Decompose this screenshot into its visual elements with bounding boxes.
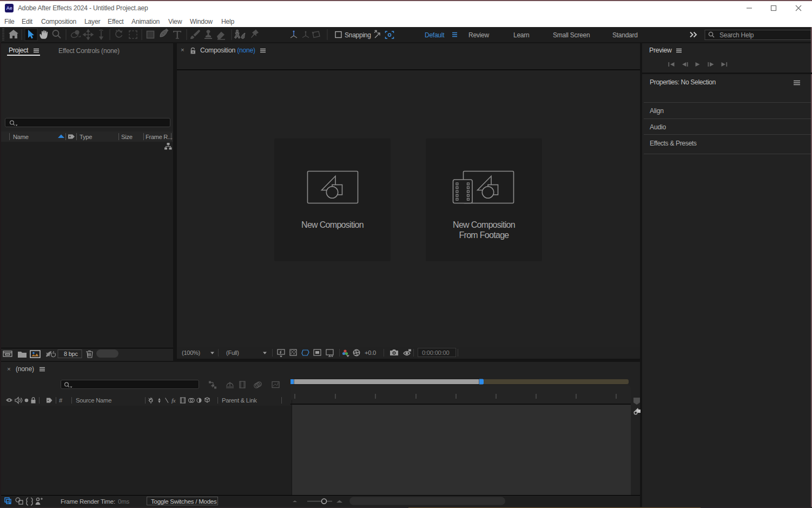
- svg-text:Type: Type: [80, 134, 92, 140]
- svg-text:Frame Render Time:: Frame Render Time:: [61, 498, 115, 505]
- svg-text:0:00:00:00: 0:00:00:00: [422, 349, 449, 356]
- svg-text:(100%): (100%): [182, 349, 200, 356]
- svg-text:Standard: Standard: [612, 31, 638, 39]
- svg-text:Name: Name: [13, 134, 29, 140]
- svg-text:Default: Default: [425, 31, 445, 39]
- svg-text:Small Screen: Small Screen: [553, 31, 590, 39]
- svg-text:#: #: [59, 397, 63, 404]
- svg-text:Snapping: Snapping: [345, 31, 371, 39]
- svg-text:+0.0: +0.0: [365, 349, 376, 356]
- svg-text:Search Help: Search Help: [719, 31, 754, 39]
- svg-text:Learn: Learn: [513, 31, 529, 39]
- svg-text:0ms: 0ms: [118, 498, 129, 505]
- svg-text:Toggle Switches / Modes: Toggle Switches / Modes: [151, 498, 217, 505]
- svg-text:(Full): (Full): [226, 349, 239, 356]
- svg-text:Source Name: Source Name: [76, 397, 111, 404]
- svg-text:Review: Review: [468, 31, 489, 39]
- svg-text:Size: Size: [121, 134, 133, 140]
- svg-text:8 bpc: 8 bpc: [64, 351, 78, 357]
- svg-text:Frame R...: Frame R...: [146, 134, 173, 140]
- svg-text:fx: fx: [171, 397, 176, 404]
- svg-text:Parent & Link: Parent & Link: [222, 397, 257, 404]
